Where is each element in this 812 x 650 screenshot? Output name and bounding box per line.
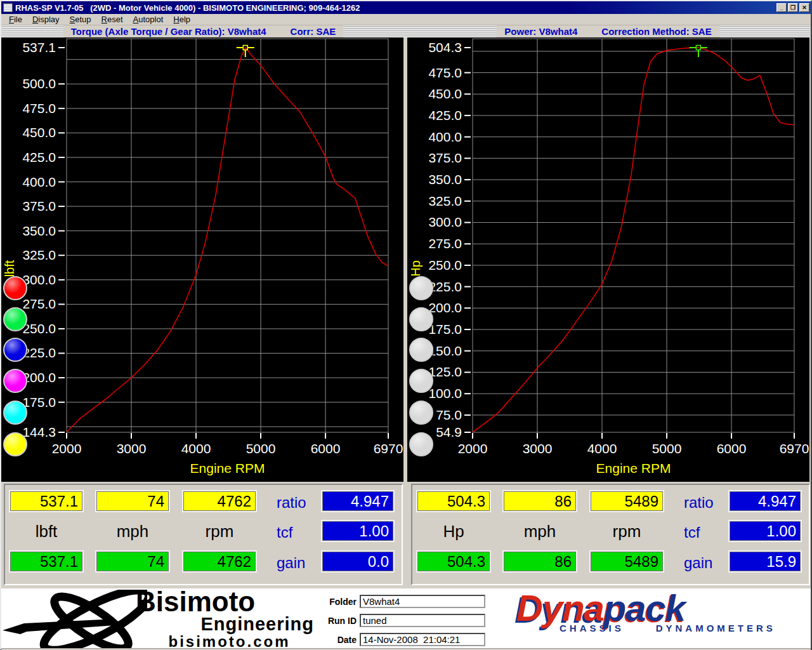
run-color-button-3[interactable]	[409, 338, 433, 362]
power-header-title: Power: V8what4	[504, 25, 577, 37]
menu-bar: FileDisplaySetupResetAutoplotHelp	[1, 14, 811, 25]
bisimoto-sub: Engineering	[136, 615, 323, 633]
minimize-button[interactable]: _	[776, 3, 787, 12]
torque-header-correction: Corr: SAE	[291, 25, 336, 37]
gain-key: gain	[277, 554, 305, 572]
x-tick-label: 6970	[374, 441, 403, 456]
rpm-peak-value: 4762	[183, 552, 256, 571]
y-tick-label: 300.0	[22, 272, 56, 287]
x-tick-label: 3000	[523, 441, 553, 456]
menu-item-help[interactable]: Help	[168, 14, 195, 25]
x-tick-label: 5000	[246, 441, 276, 456]
y-tick-label: 475.0	[428, 65, 462, 80]
dynapack-tagline-chassis: CHASSIS	[560, 623, 624, 633]
gain-value: 0.0	[322, 552, 393, 571]
y-tick-label: 144.3	[22, 425, 56, 439]
tcf-key: tcf	[684, 524, 700, 541]
y-tick-label: 325.0	[428, 194, 462, 208]
run-color-button-4[interactable]	[409, 369, 433, 393]
run-id-label: Run ID	[320, 616, 360, 626]
data-row: 537.1 74 4762 lbft mph rpm 537.1 74 4762…	[1, 482, 811, 588]
title-bar: RHAS-SP V1.7-05 (2WD - Motor Vehicle 400…	[1, 1, 811, 14]
y-tick-label: 225.0	[428, 279, 462, 294]
restore-button[interactable]: ❐	[788, 3, 798, 12]
folder-input[interactable]	[360, 595, 485, 608]
run-color-button-1[interactable]	[3, 276, 27, 300]
y-tick-label: 175.0	[22, 395, 56, 409]
tcf-key: tcf	[277, 524, 292, 541]
y-tick-label: 325.0	[22, 248, 56, 262]
power-chart: 504.3475.0450.0425.0400.0375.0350.0325.0…	[407, 37, 809, 482]
x-tick-label: 6970	[780, 441, 809, 456]
ratio-key: ratio	[277, 494, 306, 512]
menu-item-file[interactable]: File	[4, 14, 27, 25]
x-tick-label: 6000	[311, 441, 341, 456]
y-tick-label: 350.0	[22, 223, 56, 238]
tcf-value: 1.00	[730, 521, 801, 541]
menu-item-autoplot[interactable]: Autoplot	[128, 14, 169, 25]
rpm-cursor-value: 4762	[183, 491, 256, 511]
run-color-button-5[interactable]	[409, 401, 433, 425]
speed-peak-value: 86	[504, 552, 576, 571]
app-icon	[3, 3, 13, 12]
bisimoto-name: Bisimoto	[136, 588, 323, 615]
run-color-button-6[interactable]	[3, 432, 27, 456]
y-tick-label: 400.0	[428, 129, 462, 144]
x-tick-label: 2000	[458, 441, 488, 456]
chart-header-row: Torque (Axle Torque / Gear Ratio): V8wha…	[1, 25, 811, 37]
rpm-peak-value: 5489	[591, 552, 663, 571]
folder-label: Folder	[320, 597, 360, 607]
speed-cursor-value: 74	[96, 491, 169, 511]
run-info-fields: Folder Run ID Date	[320, 594, 485, 650]
run-color-button-3[interactable]	[3, 338, 27, 362]
y-tick-label: 100.0	[428, 386, 462, 401]
y-tick-label: 504.3	[428, 40, 462, 55]
y-tick-label: 350.0	[428, 172, 462, 187]
unit-label-rpm: rpm	[591, 522, 663, 541]
run-color-button-1[interactable]	[409, 276, 433, 300]
run-color-button-4[interactable]	[3, 369, 27, 393]
dyno-curve	[67, 48, 388, 432]
x-tick-label: 4000	[587, 441, 617, 456]
run-color-button-2[interactable]	[3, 307, 27, 331]
y-tick-label: 200.0	[22, 370, 56, 385]
y-axis-label: lbft	[3, 260, 16, 277]
close-button[interactable]: ✕	[799, 3, 809, 12]
power-peak-value: 504.3	[417, 552, 490, 571]
run-color-button-6[interactable]	[409, 432, 433, 456]
menu-item-reset[interactable]: Reset	[96, 14, 128, 25]
run-color-button-2[interactable]	[409, 307, 433, 331]
bisimoto-logo-mark	[1, 590, 147, 650]
y-tick-label: 500.0	[22, 76, 56, 91]
y-tick-label: 250.0	[428, 258, 462, 272]
y-axis-label: Hp	[409, 260, 422, 277]
run-id-input[interactable]	[360, 614, 485, 627]
tcf-value: 1.00	[322, 521, 393, 541]
dynapack-logo: Dynapack CHASSIS DYNAMOMETERS	[516, 588, 808, 633]
y-tick-label: 75.0	[436, 408, 462, 422]
y-tick-label: 375.0	[428, 150, 462, 165]
run-color-button-5[interactable]	[3, 401, 27, 425]
menu-item-display[interactable]: Display	[27, 14, 65, 25]
menu-item-setup[interactable]: Setup	[65, 14, 96, 25]
y-tick-label: 537.1	[22, 40, 56, 55]
speed-peak-value: 74	[96, 552, 169, 571]
chart-canvas: 537.1500.0475.0450.0425.0400.0375.0350.0…	[1, 37, 405, 482]
y-tick-label: 300.0	[428, 215, 462, 229]
y-tick-label: 125.0	[428, 364, 462, 379]
torque-chart-header: Torque (Axle Torque / Gear Ratio): V8wha…	[1, 25, 405, 37]
unit-label-mph: mph	[96, 522, 169, 541]
y-tick-label: 54.9	[436, 425, 462, 439]
torque-header-title: Torque (Axle Torque / Gear Ratio): V8wha…	[71, 25, 266, 37]
bisimoto-logo-text: Bisimoto Engineering bisimoto.com	[136, 588, 323, 649]
unit-label-hp: Hp	[417, 522, 490, 541]
footer: Bisimoto Engineering bisimoto.com Folder…	[1, 588, 811, 650]
x-axis-label: Engine RPM	[190, 461, 265, 475]
torque-data-panel: 537.1 74 4762 lbft mph rpm 537.1 74 4762…	[4, 484, 403, 585]
ratio-key: ratio	[684, 494, 714, 512]
unit-label-rpm: rpm	[183, 522, 256, 541]
date-input[interactable]	[360, 633, 485, 646]
y-tick-label: 250.0	[22, 321, 56, 336]
y-tick-label: 450.0	[22, 125, 56, 140]
app-window: RHAS-SP V1.7-05 (2WD - Motor Vehicle 400…	[0, 0, 812, 650]
